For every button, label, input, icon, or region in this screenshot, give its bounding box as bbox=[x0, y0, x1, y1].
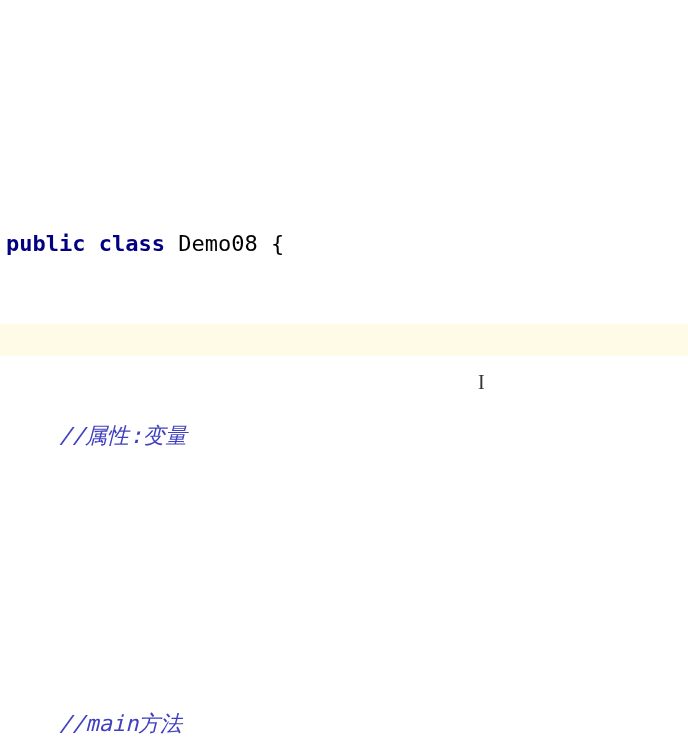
code-line bbox=[6, 612, 688, 644]
code-line: //main方法 bbox=[6, 708, 688, 740]
keyword-class: class bbox=[99, 231, 165, 256]
code-line bbox=[6, 324, 688, 356]
comment: //属性:变量 bbox=[59, 423, 187, 448]
code-content: public class Demo08 { //属性:变量 //main方法 p… bbox=[6, 164, 688, 751]
code-editor[interactable]: public class Demo08 { //属性:变量 //main方法 p… bbox=[0, 0, 688, 751]
code-line: public class Demo08 { bbox=[6, 228, 688, 260]
code-line bbox=[6, 516, 688, 548]
comment: //main方法 bbox=[59, 711, 182, 736]
brace: { bbox=[271, 231, 284, 256]
code-line: //属性:变量 bbox=[6, 420, 688, 452]
keyword-public: public bbox=[6, 231, 85, 256]
mouse-text-cursor-icon: I bbox=[478, 366, 485, 398]
class-name: Demo08 bbox=[178, 231, 257, 256]
